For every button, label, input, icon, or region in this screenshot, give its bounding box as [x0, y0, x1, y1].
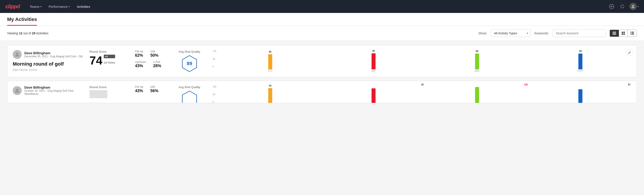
- bar-arg-value: 89: [475, 50, 479, 52]
- bar-arg-label: ARG: [475, 70, 480, 72]
- svg-rect-16: [630, 34, 631, 34]
- stat-fw-hit-label: FW Hit: [135, 50, 143, 53]
- performance-chevron-icon: ▾: [69, 5, 70, 8]
- bar-arg: 89: [475, 54, 479, 70]
- stat-row-1: FW Hit 62% GIR 50%: [135, 50, 166, 58]
- stat-updown: Up/Down 43%: [135, 60, 146, 68]
- nav-item-performance[interactable]: Performance ▾: [46, 3, 72, 10]
- activities-content: Dave Billingham December 05, 2021 - Gog …: [0, 41, 644, 111]
- stat-fw-hit-2: FW Hit 43%: [135, 86, 143, 93]
- hex-number: 89: [187, 61, 192, 66]
- bar-app-value: 90: [372, 50, 376, 52]
- bar-group-putt: 89 PUTT: [530, 52, 632, 72]
- score-badge: +4: [104, 55, 115, 58]
- bar-group-app-2: 93 APP: [323, 87, 425, 103]
- chart-section: 100 50 0 85 OTT: [213, 50, 631, 72]
- add-icon[interactable]: [608, 3, 615, 10]
- nav-item-activities[interactable]: Activities: [74, 3, 93, 10]
- y-label-50-2: 50: [213, 93, 219, 96]
- bar-ott-value: 85: [268, 51, 272, 53]
- svg-rect-17: [632, 34, 634, 34]
- quality-hex: 89: [180, 55, 198, 72]
- svg-rect-15: [632, 33, 634, 34]
- bar-group-arg: 89 ARG: [426, 52, 528, 72]
- activities-label: Activities: [77, 5, 90, 8]
- stats-section: FW Hit 62% GIR 50% Up/Down 43% 1 Putt 28…: [135, 50, 166, 68]
- svg-marker-21: [182, 91, 196, 103]
- search-input[interactable]: [552, 30, 606, 37]
- user-name: Dave Billingham: [24, 51, 82, 55]
- quality-section-2: Avg Shot Quality: [172, 86, 207, 103]
- view-list-compact-button[interactable]: [610, 30, 619, 36]
- stat-gir-label-2: GIR: [150, 86, 158, 88]
- stat-1putt-label: 1 Putt: [153, 60, 161, 64]
- bar-group-arg-2: 106 ARG: [426, 87, 528, 103]
- stat-gir-2: GIR 56%: [150, 86, 158, 93]
- card-left: Dave Billingham December 05, 2021 - Gog …: [13, 50, 84, 72]
- user-date: December 05, 2021 - Gog Magog Golf Club …: [24, 55, 82, 58]
- stat-1putt: 1 Putt 28%: [153, 60, 161, 68]
- viewing-prefix: Viewing: [7, 32, 19, 35]
- viewing-count: 12: [19, 32, 22, 35]
- viewing-out-of: out of: [23, 32, 32, 35]
- bar-group-putt-2: 87 PUTT: [530, 87, 632, 103]
- logo[interactable]: clippd: [5, 3, 20, 10]
- nav-item-teams[interactable]: Teams ▾: [27, 3, 44, 10]
- bar-ott-2: 94: [268, 88, 272, 103]
- bar-ott: 85: [268, 54, 272, 70]
- round-score-section-2: Round Score: [90, 86, 130, 98]
- nav-links: Teams ▾ Performance ▾ Activities: [27, 3, 93, 10]
- stats-section-2: FW Hit 43% GIR 56%: [135, 86, 166, 93]
- bar-arg-value-2: 106: [475, 84, 577, 86]
- refresh-icon[interactable]: [619, 3, 626, 10]
- teams-label: Teams: [30, 5, 40, 8]
- svg-rect-13: [632, 32, 634, 32]
- activity-card: Dave Billingham December 05, 2021 - Gog …: [7, 45, 637, 77]
- y-label-100-2: 100: [213, 86, 219, 88]
- quality-hex-2: [180, 90, 198, 103]
- activity-type-select[interactable]: All Activity Types: [491, 30, 531, 37]
- round-score-label: Round Score: [90, 50, 130, 53]
- svg-rect-9: [624, 32, 625, 33]
- round-score-label-2: Round Score: [90, 86, 130, 89]
- svg-rect-4: [612, 32, 616, 32]
- y-label-50: 50: [213, 58, 219, 60]
- stat-fw-hit-label-2: FW Hit: [135, 86, 143, 88]
- view-toggle: [610, 30, 637, 37]
- stat-gir: GIR 50%: [150, 50, 158, 58]
- stat-updown-label: Up/Down: [135, 60, 146, 64]
- activity-card-2: Dave Billingham October 16, 2021 - Gog M…: [7, 81, 637, 103]
- y-label-0: 0: [213, 65, 219, 68]
- avatar-chevron-icon: ▾: [638, 5, 639, 8]
- avg-shot-quality-label: Avg Shot Quality: [179, 50, 200, 53]
- user-details: Dave Billingham December 05, 2021 - Gog …: [24, 51, 82, 58]
- teams-chevron-icon: ▾: [40, 5, 42, 8]
- user-details-2: Dave Billingham October 16, 2021 - Gog M…: [24, 86, 84, 96]
- svg-rect-12: [630, 32, 631, 32]
- page-header: My Activities: [0, 13, 644, 26]
- view-list-button[interactable]: [628, 30, 637, 36]
- stat-gir-label: GIR: [150, 50, 158, 53]
- performance-label: Performance: [49, 5, 68, 8]
- view-grid-button[interactable]: [619, 30, 628, 36]
- bar-app-value-2: 93: [372, 84, 473, 86]
- keywords-label: Keywords:: [534, 32, 549, 35]
- bar-arg-2: 106: [475, 87, 479, 103]
- svg-point-20: [16, 88, 18, 91]
- user-info-2: Dave Billingham October 16, 2021 - Gog M…: [13, 86, 84, 96]
- bar-putt-label: PUTT: [578, 70, 583, 72]
- avatar-button[interactable]: ▾: [630, 3, 639, 10]
- bar-group-ott: 85 OTT: [219, 52, 321, 72]
- bar-group-ott-2: 94 OTT: [219, 87, 321, 103]
- avatar: [630, 3, 637, 10]
- stat-fw-hit-value-2: 43%: [135, 88, 143, 93]
- bar-app-label: APP: [371, 70, 376, 72]
- user-name-2: Dave Billingham: [24, 86, 84, 89]
- bar-ott-value-2: 94: [268, 84, 272, 87]
- avg-shot-quality-label-2: Avg Shot Quality: [179, 86, 200, 89]
- viewing-total: 29: [32, 32, 36, 35]
- bar-putt-value-2: 87: [578, 84, 637, 86]
- y-label-0-2: 0: [213, 101, 219, 103]
- bar-group-app: 90 APP: [323, 52, 425, 72]
- filter-bar: Viewing 12 out of 29 Activities Show: Al…: [0, 26, 644, 41]
